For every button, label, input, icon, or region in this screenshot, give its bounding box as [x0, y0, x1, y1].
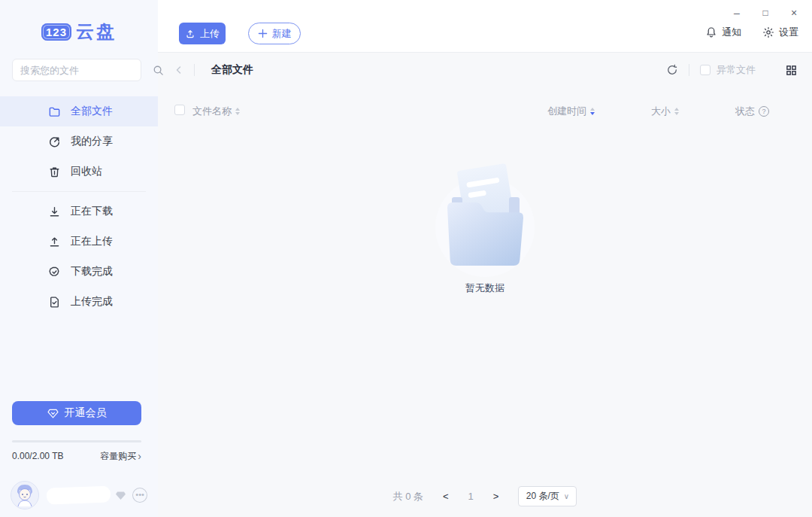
more-options-button[interactable]: •••: [132, 488, 147, 503]
breadcrumb: 全部文件: [211, 63, 253, 77]
sidebar-item-download-complete[interactable]: 下载完成: [0, 257, 158, 287]
chevron-right-icon: ›: [138, 450, 141, 462]
check-badge-icon: [48, 265, 62, 278]
page-size-value: 20 条/页: [526, 490, 559, 503]
window-controls: – □ ×: [726, 5, 804, 21]
empty-state: 暂无数据: [158, 160, 812, 295]
sidebar-item-downloading[interactable]: 正在下载: [0, 196, 158, 227]
sidebar-item-label: 全部文件: [71, 105, 113, 118]
doc-check-icon: [48, 295, 62, 309]
abnormal-files-checkbox[interactable]: [700, 65, 710, 75]
search-input[interactable]: [20, 65, 153, 76]
pagination-total: 共 0 条: [393, 490, 423, 503]
column-status: 状态 ?: [735, 105, 769, 118]
storage-progress-bar: [12, 440, 141, 442]
page-size-select[interactable]: 20 条/页 ∨: [518, 486, 577, 506]
close-button[interactable]: ×: [783, 5, 804, 21]
download-icon: [48, 205, 62, 218]
logo-badge-icon: 123: [41, 23, 71, 41]
column-file-name[interactable]: 文件名称: [192, 105, 240, 118]
main-area: – □ × 上传 新建: [158, 0, 812, 517]
sidebar-item-all-files[interactable]: 全部文件: [0, 96, 158, 126]
upload-icon: [48, 235, 62, 248]
toolbar-divider: [194, 64, 195, 76]
column-label: 状态: [735, 105, 755, 118]
next-page-button[interactable]: >: [490, 489, 502, 503]
sidebar-item-my-shares[interactable]: 我的分享: [0, 126, 158, 157]
notifications-label: 通知: [722, 26, 741, 39]
sidebar-item-label: 我的分享: [71, 135, 113, 148]
upload-icon: [185, 29, 195, 39]
settings-button[interactable]: 设置: [762, 26, 798, 39]
buy-capacity-link[interactable]: 容量购买 ›: [100, 450, 141, 463]
toolbar-row: 全部文件 异常文件: [158, 59, 812, 81]
chevron-down-icon: ∨: [564, 492, 569, 500]
sidebar: 123 云盘 全部文件 我的分享: [0, 0, 158, 517]
sidebar-item-uploading[interactable]: 正在上传: [0, 227, 158, 257]
new-button[interactable]: 新建: [248, 23, 301, 44]
page-number[interactable]: 1: [468, 491, 474, 502]
share-icon: [48, 135, 62, 148]
bell-icon: [705, 26, 717, 38]
gear-icon: [762, 26, 774, 38]
help-icon[interactable]: ?: [759, 106, 769, 117]
settings-label: 设置: [779, 26, 798, 39]
column-label: 创建时间: [547, 105, 586, 118]
column-size[interactable]: 大小: [651, 105, 679, 118]
column-label: 大小: [651, 105, 671, 118]
back-button[interactable]: [173, 64, 185, 76]
minimize-button[interactable]: –: [726, 5, 747, 21]
top-bar: – □ × 上传 新建: [158, 0, 812, 53]
pagination: 共 0 条 < 1 > 20 条/页 ∨: [158, 486, 812, 506]
sort-icons[interactable]: [590, 108, 595, 115]
open-vip-button[interactable]: 开通会员: [12, 401, 141, 425]
username-redacted: [47, 486, 111, 505]
sidebar-item-label: 上传完成: [71, 295, 113, 309]
avatar[interactable]: [11, 481, 39, 509]
user-account-row[interactable]: •••: [11, 479, 147, 512]
refresh-button[interactable]: [666, 64, 678, 76]
vip-button-label: 开通会员: [65, 406, 107, 420]
notifications-button[interactable]: 通知: [705, 26, 741, 39]
nav-divider: [12, 191, 146, 192]
sort-icons[interactable]: [674, 108, 679, 115]
toolbar-divider: [689, 64, 689, 76]
buy-capacity-label: 容量购买: [100, 450, 136, 463]
search-box[interactable]: [12, 59, 141, 81]
abnormal-files-label: 异常文件: [717, 63, 756, 77]
upload-button-label: 上传: [200, 27, 220, 41]
sidebar-item-label: 正在上传: [71, 235, 113, 248]
maximize-button[interactable]: □: [755, 5, 776, 21]
sidebar-item-upload-complete[interactable]: 上传完成: [0, 287, 158, 317]
upload-button[interactable]: 上传: [179, 23, 226, 44]
app-logo: 123 云盘: [0, 20, 158, 44]
column-created-time[interactable]: 创建时间: [547, 105, 595, 118]
column-label: 文件名称: [192, 105, 232, 118]
new-button-label: 新建: [272, 27, 292, 41]
gem-icon: [47, 409, 59, 418]
prev-page-button[interactable]: <: [440, 489, 452, 503]
empty-folder-illustration: [425, 160, 545, 278]
sidebar-item-label: 下载完成: [71, 265, 113, 278]
vip-level-icon: [115, 491, 126, 500]
app-name: 云盘: [76, 20, 117, 44]
select-all-checkbox[interactable]: [174, 105, 185, 115]
folder-icon: [48, 105, 62, 118]
search-icon: [153, 65, 164, 76]
plus-icon: [258, 29, 268, 38]
sort-icons[interactable]: [235, 108, 240, 115]
trash-icon: [48, 165, 62, 178]
sidebar-item-label: 回收站: [71, 165, 102, 178]
storage-usage: 0.00/2.00 TB: [12, 451, 64, 461]
sidebar-item-label: 正在下载: [71, 205, 113, 218]
grid-view-icon[interactable]: [786, 65, 797, 76]
table-header: 文件名称 创建时间 大小 状态 ?: [158, 101, 812, 120]
empty-message: 暂无数据: [158, 281, 812, 295]
sidebar-nav: 全部文件 我的分享 回收站 正在: [0, 96, 158, 317]
sidebar-item-recycle-bin[interactable]: 回收站: [0, 157, 158, 187]
